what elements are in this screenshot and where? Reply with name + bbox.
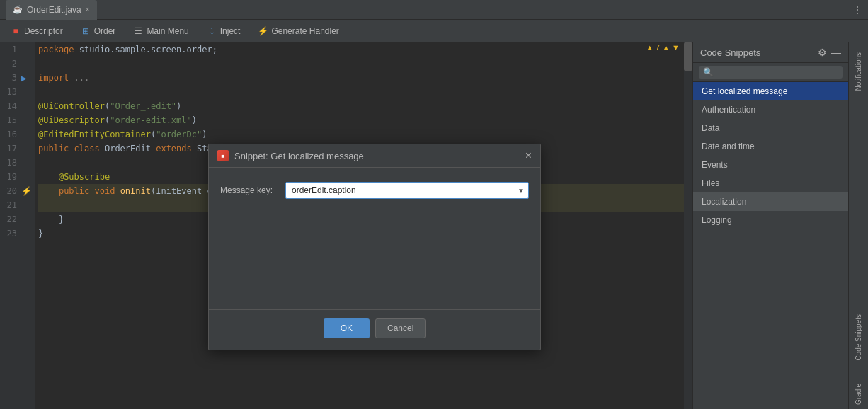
dialog-icon-symbol: ■ (222, 153, 225, 159)
warning-count: ▲ 7 (646, 43, 660, 52)
line-numbers-gutter: 1 2 3 13 14 15 16 17 18 19 20 21 22 23 (0, 42, 35, 409)
snippet-dialog: ■ Snippet: Get localized message × Messa… (208, 144, 541, 350)
gutter-15 (21, 113, 35, 127)
panel-settings-icon[interactable]: ⚙ (818, 47, 827, 58)
snippet-item-files[interactable]: Files (693, 174, 848, 192)
panel-actions: ⚙ — (818, 47, 841, 58)
warning-expand-icon[interactable]: ▲ (662, 43, 670, 52)
code-snippets-tab[interactable]: Code Snippets (855, 310, 862, 365)
gutter-16 (21, 127, 35, 142)
title-bar-menu-icon[interactable]: ⋮ (852, 4, 862, 16)
gutter-23 (21, 226, 35, 241)
descriptor-icon: ■ (10, 25, 21, 37)
gutter-2 (21, 57, 35, 71)
active-snippet-label: Get localized message (702, 86, 787, 96)
inject-button[interactable]: ⤵ Inject (202, 24, 245, 38)
snippet-item-date-time[interactable]: Date and time (693, 137, 848, 156)
snippet-label: Logging (702, 215, 732, 225)
code-line-1: package studio.sample.screen.order; (38, 42, 684, 57)
gutter-17 (21, 142, 35, 156)
dialog-body: Message key: orderEdit.caption ▼ (209, 168, 540, 309)
snippet-item-localization[interactable]: Localization (693, 192, 848, 211)
gutter-19 (21, 170, 35, 184)
gutter-20-icon: ⚡ (21, 184, 35, 198)
panel-minimize-icon[interactable]: — (831, 47, 841, 58)
code-line-13 (38, 85, 684, 99)
descriptor-label: Descriptor (24, 26, 63, 36)
ok-button[interactable]: OK (324, 318, 370, 338)
search-input[interactable] (716, 67, 838, 77)
message-key-select[interactable]: orderEdit.caption (285, 182, 529, 199)
line-22: 22 (0, 212, 17, 226)
generate-handler-button[interactable]: ⚡ Generate Handler (253, 24, 343, 38)
snippet-item-logging[interactable]: Logging (693, 211, 848, 229)
code-snippets-panel: Code Snippets ⚙ — 🔍 Get localized messag… (692, 42, 848, 409)
message-key-label: Message key: (220, 185, 277, 195)
line-21: 21 (0, 198, 17, 212)
panel-title: Code Snippets (700, 47, 760, 58)
code-line-2 (38, 57, 684, 71)
warning-badge: ▲ 7 ▲ ▼ (643, 42, 683, 52)
app-container: ☕ OrderEdit.java × ⋮ ■ Descriptor ⊞ Orde… (0, 0, 868, 409)
main-area: ▲ 7 ▲ ▼ 1 2 3 13 14 15 16 17 18 (0, 42, 868, 409)
snippet-item-data[interactable]: Data (693, 119, 848, 137)
gutter-14 (21, 99, 35, 113)
generate-handler-icon: ⚡ (257, 25, 268, 37)
gutter-18 (21, 156, 35, 170)
search-bar: 🔍 (693, 63, 848, 82)
code-editor[interactable]: ▲ 7 ▲ ▼ 1 2 3 13 14 15 16 17 18 (0, 42, 692, 409)
main-menu-label: Main Menu (147, 26, 188, 36)
line-19: 19 (0, 170, 17, 184)
title-bar-actions: ⋮ (852, 4, 862, 16)
snippet-label: Files (702, 178, 719, 188)
gradle-tab[interactable]: Gradle (855, 379, 862, 409)
snippet-item-authentication[interactable]: Authentication (693, 100, 848, 119)
snippet-item-events[interactable]: Events (693, 156, 848, 174)
snippet-label: Date and time (702, 142, 755, 151)
panel-header: Code Snippets ⚙ — (693, 42, 848, 63)
main-menu-button[interactable]: ☰ Main Menu (128, 24, 193, 38)
title-bar: ☕ OrderEdit.java × ⋮ (0, 0, 868, 20)
gutter-13 (21, 85, 35, 99)
cancel-button[interactable]: Cancel (375, 318, 426, 338)
line-15: 15 (0, 113, 17, 127)
side-tab-bottom: Code Snippets Gradle (855, 310, 862, 409)
warning-collapse-icon[interactable]: ▼ (672, 43, 680, 52)
tab-close-icon[interactable]: × (86, 6, 90, 13)
inject-icon: ⤵ (206, 25, 217, 37)
line-1: 1 (0, 42, 17, 57)
gutter-22 (21, 212, 35, 226)
message-key-select-wrap: orderEdit.caption ▼ (285, 182, 529, 199)
gutter-1 (21, 42, 35, 57)
notifications-tab[interactable]: Notifications (855, 48, 862, 95)
code-line-16: @EditedEntityContainer("orderDc") (38, 127, 684, 142)
tab-file-icon: ☕ (13, 5, 23, 14)
line-3: 3 (0, 71, 17, 85)
tab-label: OrderEdit.java (27, 5, 81, 15)
line-14: 14 (0, 99, 17, 113)
editor-tab[interactable]: ☕ OrderEdit.java × (6, 0, 97, 20)
gutter-icons: ▶ ⚡ (21, 42, 35, 409)
snippet-label: Localization (702, 197, 746, 207)
search-input-wrap: 🔍 (699, 66, 843, 79)
code-line-14: @UiController("Order_.edit") (38, 99, 684, 113)
line-17: 17 (0, 142, 17, 156)
right-scrollbar[interactable] (684, 42, 692, 409)
snippet-label: Events (702, 160, 728, 170)
descriptor-button[interactable]: ■ Descriptor (6, 24, 67, 38)
toolbar: ■ Descriptor ⊞ Order ☰ Main Menu ⤵ Injec… (0, 20, 868, 42)
line-number-col: 1 2 3 13 14 15 16 17 18 19 20 21 22 23 (0, 42, 21, 409)
gutter-collapse-3[interactable]: ▶ (21, 71, 35, 85)
dialog-title-bar: ■ Snippet: Get localized message × (209, 144, 540, 168)
main-menu-icon: ☰ (132, 25, 144, 37)
order-label: Order (94, 26, 116, 36)
active-snippet-header[interactable]: Get localized message (693, 82, 848, 100)
dialog-title-icon: ■ (217, 150, 229, 161)
line-23: 23 (0, 226, 17, 241)
line-16: 16 (0, 127, 17, 142)
dialog-close-button[interactable]: × (525, 150, 532, 161)
side-tab-top: Notifications (855, 48, 862, 95)
scroll-thumb[interactable] (684, 42, 692, 71)
order-button[interactable]: ⊞ Order (76, 24, 120, 38)
code-line-15: @UiDescriptor("order-edit.xml") (38, 113, 684, 127)
